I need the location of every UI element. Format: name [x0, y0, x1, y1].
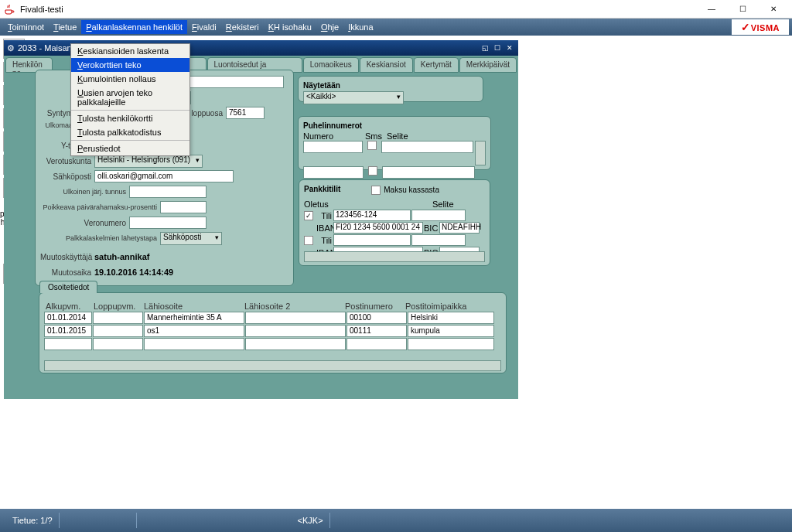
menuitem-verokorttien[interactable]: Verokorttien teko: [71, 58, 189, 72]
label-veronumero: Veronumero: [40, 219, 129, 227]
pankki-panel: Pankkitilit Maksu kassasta Oletus Selite…: [299, 179, 490, 266]
menu-kh-isohaku[interactable]: KH isohaku: [264, 20, 316, 34]
puhelin-title: Puhelinnumerot: [303, 121, 486, 130]
puh-header-numero: Numero: [303, 131, 365, 141]
pankki-iban-1[interactable]: FI20 1234 5600 0001 24: [333, 222, 423, 234]
addr-loppu-3[interactable]: [93, 338, 143, 350]
naytetaan-title: Näytetään: [303, 81, 478, 90]
addr-paikka-3[interactable]: [408, 338, 494, 350]
addr-paikka-1[interactable]: Helsinki: [408, 312, 494, 324]
naytetaan-panel: Näytetään <Kaikki>: [298, 76, 483, 102]
minimize-button[interactable]: —: [696, 1, 727, 18]
puh-numero-2[interactable]: [303, 166, 364, 179]
pankki-header-oletus: Oletus: [304, 200, 332, 209]
addr-lahi2-2[interactable]: [245, 325, 346, 337]
label-muutoskayttaja: Muutoskäyttäjä: [40, 253, 94, 261]
menuitem-kumulointien[interactable]: Kumulointien nollaus: [71, 72, 189, 86]
addr-alku-2[interactable]: 01.01.2015: [44, 325, 92, 337]
input-hetun[interactable]: 7561: [226, 107, 265, 119]
window-titlebar: Fivaldi-testi — ☐ ✕: [0, 0, 792, 19]
pankki-oletus-2[interactable]: [304, 236, 313, 245]
java-icon: [3, 3, 15, 15]
pankki-selite-2[interactable]: [411, 234, 466, 246]
addr-header-lahi2: Lähiosoite 2: [243, 301, 343, 312]
menu-ohje[interactable]: Ohje: [316, 20, 343, 34]
menu-tietue[interactable]: Tietue: [49, 20, 81, 34]
input-poikkeava[interactable]: [160, 201, 207, 213]
label-lahetystapa: Palkkalaskelmien lähetystapa: [40, 234, 160, 242]
pankki-title: Pankkitilit: [304, 185, 340, 193]
menuitem-tulosta-palkkatodistus[interactable]: Tulosta palkkatodistus: [71, 125, 189, 139]
select-verotuskunta[interactable]: Helsinki - Helsingfors (091): [94, 155, 203, 168]
addr-loppu-1[interactable]: [93, 312, 143, 324]
addr-lahi2-3[interactable]: [245, 338, 346, 350]
label-poikkeava: Poikkeava päivärahamaksu-prosentti: [40, 203, 160, 211]
input-ulkoinen[interactable]: [129, 186, 207, 198]
close-button[interactable]: ✕: [758, 1, 789, 18]
addr-header-paikka: Postitoimipaikka: [404, 301, 490, 312]
osoite-panel: Osoitetiedot Alkupvm. Loppupvm. Lähiosoi…: [39, 292, 507, 373]
addr-posti-1[interactable]: 00100: [346, 312, 407, 324]
tab-kertymat[interactable]: Kertymät: [414, 57, 459, 73]
menuitem-keskiansioiden[interactable]: Keskiansioiden laskenta: [71, 44, 189, 58]
label-sahkoposti: Sähköposti: [40, 172, 94, 181]
puh-header-selite: Selite: [387, 131, 408, 141]
pankki-scroll-h[interactable]: [304, 251, 485, 262]
menu-palkanlaskennan[interactable]: Palkanlaskennan henkilöt: [81, 20, 187, 34]
puh-selite-1[interactable]: [381, 141, 473, 153]
subwindow-max-icon[interactable]: ☐: [492, 43, 503, 53]
pankki-iban-label-1: IBAN: [316, 223, 333, 233]
input-sahkoposti[interactable]: olli.oskari@gmail.com: [94, 170, 234, 182]
menuitem-perustiedot[interactable]: Perustiedot: [71, 142, 189, 155]
addr-scroll-h[interactable]: [44, 360, 501, 371]
select-naytetaan[interactable]: <Kaikki>: [303, 91, 404, 104]
addr-lahi-3[interactable]: [144, 338, 244, 350]
puh-scroll[interactable]: [475, 141, 486, 165]
menu-fivaldi[interactable]: Fivaldi: [187, 20, 221, 34]
menuitem-uusien[interactable]: Uusien arvojen teko palkkalajeille: [71, 86, 189, 109]
puh-numero-1[interactable]: [303, 141, 363, 153]
addr-alku-3[interactable]: [44, 338, 92, 350]
tab-lomaoikeus[interactable]: Lomaoikeus: [303, 57, 359, 73]
pankki-tili-label-2: Tili: [316, 236, 333, 245]
addr-header-posti: Postinumero: [343, 301, 404, 312]
tab-merkkipaivat[interactable]: Merkkipäivät: [459, 57, 517, 73]
addr-row-3: [44, 338, 501, 351]
osoite-tab[interactable]: Osoitetiedot: [39, 281, 97, 293]
pankki-oletus-1[interactable]: ✓: [304, 211, 313, 220]
maximize-button[interactable]: ☐: [727, 1, 758, 18]
menu-rekisteri[interactable]: Rekisteri: [221, 20, 264, 34]
subwindow-icon: ⚙: [7, 43, 15, 53]
pankki-tili-1[interactable]: 123456-124: [333, 210, 411, 221]
label-muutosaika: Muutosaika: [40, 268, 94, 277]
puh-selite-2[interactable]: [382, 166, 475, 179]
addr-alku-1[interactable]: 01.01.2014: [44, 312, 92, 324]
pankki-bic-1[interactable]: NDEAFIHH: [439, 222, 480, 234]
menu-toiminnot[interactable]: Toiminnot: [3, 20, 49, 34]
tab-keskiansiot[interactable]: Keskiansiot: [360, 57, 413, 73]
select-lahetystapa[interactable]: Sähköposti: [160, 232, 222, 245]
subwindow-close-icon[interactable]: ✕: [504, 43, 515, 53]
addr-header-loppu: Loppupvm.: [92, 301, 142, 312]
addr-posti-2[interactable]: 00111: [346, 325, 407, 337]
puh-sms-1[interactable]: [367, 141, 377, 150]
subwindow-restore-icon[interactable]: ◱: [480, 43, 490, 53]
maksu-kassasta-checkbox[interactable]: [371, 186, 381, 195]
puhelin-panel: Puhelinnumerot Numero Sms Selite: [298, 116, 491, 170]
menuitem-tulosta-henkilokortti[interactable]: Tulosta henkilökortti: [71, 111, 189, 125]
window-title: Fivaldi-testi: [20, 5, 63, 14]
input-veronumero[interactable]: [129, 217, 207, 229]
status-kjk: <KJK>: [292, 513, 330, 528]
addr-paikka-2[interactable]: kumpula: [408, 325, 494, 337]
addr-lahi-1[interactable]: Mannerheimintie 35 A: [144, 312, 244, 324]
addr-lahi2-1[interactable]: [245, 312, 346, 324]
pankki-tili-2[interactable]: [333, 234, 411, 246]
value-muutosaika: 19.10.2016 14:14:49: [94, 268, 173, 277]
addr-loppu-2[interactable]: [93, 325, 143, 337]
pankki-selite-1[interactable]: [411, 210, 466, 221]
addr-posti-3[interactable]: [346, 338, 407, 350]
status-tietue: Tietue: 1/?: [6, 513, 60, 528]
menu-ikkuna[interactable]: Ikkuna: [343, 20, 377, 34]
addr-lahi-2[interactable]: os1: [144, 325, 244, 337]
puh-sms-2[interactable]: [368, 166, 377, 176]
